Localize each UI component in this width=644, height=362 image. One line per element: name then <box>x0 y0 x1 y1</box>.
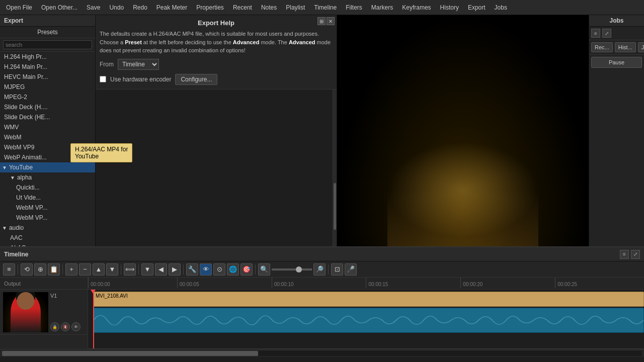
jobs-pause-area: Pause <box>589 55 644 70</box>
preset-aac[interactable]: AAC <box>0 233 95 243</box>
preset-webm-vp1[interactable]: WebM VP... <box>0 203 95 213</box>
menu-playlist[interactable]: Playlist <box>282 3 309 12</box>
tl-snap-btn[interactable]: 🔧 <box>186 263 198 276</box>
preset-mpeg2[interactable]: MPEG-2 <box>0 92 95 102</box>
menu-filters[interactable]: Filters <box>342 3 366 12</box>
track-lock-btn[interactable]: 🔒 <box>50 322 59 331</box>
help-close-button[interactable]: ✕ <box>327 17 335 25</box>
clip-name: MVI_2108.AVI <box>96 293 128 299</box>
video-clip[interactable]: MVI_2108.AVI <box>93 292 644 307</box>
tl-zoom-out-btn[interactable]: 🔍 <box>258 263 270 276</box>
preset-webp-anim[interactable]: WebP Animati... <box>0 152 95 162</box>
tl-fit-btn[interactable]: ⊡ <box>331 263 343 276</box>
jobs-tab-button[interactable]: Jobs <box>638 42 644 52</box>
tl-split-btn[interactable]: ⟺ <box>124 263 136 276</box>
tl-lock-btn[interactable]: 🌐 <box>227 263 239 276</box>
pause-button[interactable]: Pause <box>591 57 642 68</box>
tl-sep-3 <box>121 264 121 275</box>
tl-zoom-in-btn[interactable]: 🔎 <box>313 263 326 276</box>
preset-h264-high[interactable]: H.264 High Pr... <box>0 52 95 62</box>
jobs-expand-button[interactable]: ⤢ <box>602 29 611 38</box>
help-float-button[interactable]: ⊞ <box>317 17 326 25</box>
tl-sep-4 <box>138 264 139 275</box>
menu-bar: Open File Open Other... Save Undo Redo P… <box>0 0 644 15</box>
tl-sep-6 <box>255 264 256 275</box>
track-visible-btn[interactable]: 👁 <box>71 322 80 331</box>
preset-slide-deck-h[interactable]: Slide Deck (H.... <box>0 102 95 112</box>
configure-button[interactable]: Configure... <box>175 74 217 85</box>
preset-hevc-main[interactable]: HEVC Main Pr... <box>0 72 95 82</box>
search-input[interactable] <box>3 40 92 49</box>
tl-marker-btn[interactable]: ▼ <box>141 263 153 276</box>
tl-lower-btn[interactable]: ▼ <box>106 263 118 276</box>
tl-eye-btn[interactable]: 👁 <box>200 263 212 276</box>
menu-markers[interactable]: Markers <box>367 3 397 12</box>
tl-remove-btn[interactable]: − <box>79 263 91 276</box>
menu-save[interactable]: Save <box>83 3 104 12</box>
menu-properties[interactable]: Properties <box>192 3 228 12</box>
tl-mic-btn[interactable]: 🎤 <box>345 263 357 276</box>
tl-menu-btn[interactable]: ≡ <box>3 263 15 276</box>
preset-h264-main[interactable]: H.264 Main Pr... <box>0 62 95 72</box>
tl-zoom-thumb <box>296 266 302 273</box>
menu-export[interactable]: Export <box>464 3 490 12</box>
tl-lift-btn[interactable]: ▲ <box>93 263 105 276</box>
alpha-expand-arrow: ▼ <box>10 175 15 180</box>
menu-notes[interactable]: Notes <box>257 3 281 12</box>
timeline-ruler: 00:00:00 00:00:05 00:00:10 00:00:15 00:0… <box>88 278 644 290</box>
menu-redo[interactable]: Redo <box>129 3 151 12</box>
menu-undo[interactable]: Undo <box>105 3 128 12</box>
audio-clip[interactable] <box>93 308 644 333</box>
preset-audio-label: audio <box>9 224 24 231</box>
timeline-title: Timeline <box>4 251 620 258</box>
menu-recent[interactable]: Recent <box>229 3 256 12</box>
jobs-menu-button[interactable]: ≡ <box>591 29 600 38</box>
v1-track-label: V1 🔒 🔇 👁 <box>0 290 88 335</box>
menu-peak-meter[interactable]: Peak Meter <box>152 3 191 12</box>
tl-add-btn[interactable]: + <box>65 263 77 276</box>
menu-open-file[interactable]: Open File <box>2 3 36 12</box>
track-controls: 🔒 🔇 👁 <box>50 322 80 331</box>
youtube-expand-arrow: ▼ <box>2 165 7 170</box>
tl-ripple-btn[interactable]: ⟲ <box>21 263 33 276</box>
from-select[interactable]: Timeline Clip Each Clip <box>118 59 159 70</box>
timeline-labels: Output V1 🔒 🔇 👁 <box>0 278 88 349</box>
v1-track-area[interactable]: MVI_2108.AVI <box>88 290 644 349</box>
rec-button[interactable]: Rec... <box>591 42 613 52</box>
tl-scrub-btn[interactable]: 🎯 <box>240 263 253 276</box>
menu-timeline[interactable]: Timeline <box>310 3 341 12</box>
tl-zoom-slider[interactable] <box>272 268 312 270</box>
from-label: From <box>100 61 114 68</box>
menu-keyframes[interactable]: Keyframes <box>398 3 435 12</box>
tl-prev-btn[interactable]: ◀ <box>155 263 167 276</box>
preset-webm-vp9[interactable]: WebM VP9 <box>0 142 95 152</box>
preset-youtube-group[interactable]: ▼ YouTube <box>0 162 95 172</box>
preset-alpha-group[interactable]: ▼ alpha <box>0 172 95 183</box>
preset-utvideo[interactable]: Ut Vide... <box>0 193 95 203</box>
hw-encoder-checkbox[interactable] <box>100 76 106 82</box>
track-mute-btn[interactable]: 🔇 <box>61 322 70 331</box>
help-close-area: ⊞ ✕ <box>317 17 335 25</box>
menu-open-other[interactable]: Open Other... <box>37 3 82 12</box>
tl-next-btn[interactable]: ▶ <box>169 263 181 276</box>
timeline-hscrollbar[interactable] <box>2 351 642 356</box>
hw-encoder-label: Use hardware encoder <box>110 76 171 83</box>
preset-audio-group[interactable]: ▼ audio <box>0 223 95 233</box>
timeline-expand-button[interactable]: ⤢ <box>631 250 640 259</box>
preset-slide-deck-he[interactable]: Slide Deck (HE... <box>0 112 95 122</box>
preset-quickti[interactable]: Quickti... <box>0 183 95 193</box>
tl-ripple2-btn[interactable]: ⊙ <box>213 263 225 276</box>
preset-webm-vp2[interactable]: WebM VP... <box>0 213 95 223</box>
preset-wmv[interactable]: WMV <box>0 122 95 132</box>
hist-button[interactable]: Hist... <box>615 42 636 52</box>
preset-mjpeg[interactable]: MJPEG <box>0 82 95 92</box>
tl-copy-btn[interactable]: ⊕ <box>34 263 46 276</box>
preset-webm[interactable]: WebM <box>0 132 95 142</box>
timeline-menu-button[interactable]: ≡ <box>620 250 629 259</box>
v1-track-name: V1 <box>50 293 80 299</box>
ruler-mark-20: 00:00:20 <box>460 278 555 288</box>
audio-waveform-svg <box>94 308 643 332</box>
menu-jobs[interactable]: Jobs <box>491 3 511 12</box>
tl-paste-btn[interactable]: 📋 <box>48 263 60 276</box>
menu-history[interactable]: History <box>436 3 463 12</box>
